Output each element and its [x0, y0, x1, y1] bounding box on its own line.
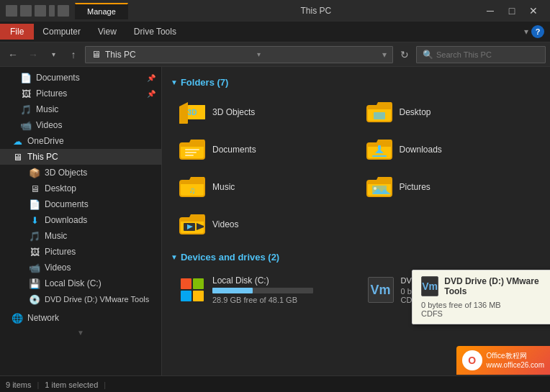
path-dropdown[interactable]: ▾ [382, 50, 387, 60]
office-badge[interactable]: O Office教程网 www.office26.com [456, 346, 550, 375]
sidebar-item-dvd-drive[interactable]: 💿 DVD Drive (D:) VMware Tools [0, 291, 161, 307]
forward-button[interactable]: → [24, 46, 42, 63]
folder-item-downloads[interactable]: Downloads [358, 132, 542, 167]
svg-rect-2 [179, 106, 188, 124]
up-arrow-button[interactable]: ▾ [45, 46, 62, 63]
music-sub-icon: 🎵 [29, 230, 40, 242]
folder-item-desktop[interactable]: Desktop [358, 95, 542, 129]
dvd-tooltip: Vm DVD Drive (D:) VMware Tools 0 bytes f… [412, 270, 550, 324]
windows-logo-icon [178, 275, 207, 304]
drive-info-local: Local Disk (C:) 28.9 GB free of 48.1 GB [212, 275, 346, 304]
pc-icon: 🖥 [91, 49, 101, 60]
back-button[interactable]: ← [4, 46, 22, 63]
tooltip-detail1: 0 bytes free of 136 MB [421, 301, 546, 309]
status-separator-2: | [104, 380, 106, 389]
tooltip-vmware-icon: Vm [421, 276, 438, 296]
sidebar-desktop-label: Desktop [45, 183, 76, 193]
sidebar-item-network[interactable]: 🌐 Network [0, 310, 161, 326]
sidebar-item-pictures[interactable]: 🖼 Pictures 📌 [0, 86, 161, 101]
sidebar-pictures-sub-label: Pictures [45, 247, 76, 257]
sidebar: 📄 Documents 📌 🖼 Pictures 📌 🎵 Music 📹 Vid… [0, 67, 162, 375]
sidebar-item-documents-sub[interactable]: 📄 Documents [0, 196, 161, 212]
path-text: This PC [105, 50, 136, 60]
sidebar-item-onedrive[interactable]: ☁ OneDrive [0, 133, 161, 149]
folder-3d-objects-name: 3D Objects [212, 107, 255, 117]
status-selected-count: 1 item selected [45, 380, 98, 389]
folders-section-header[interactable]: ▼ Folders (7) [171, 77, 541, 88]
drive-item-dvd[interactable]: Vm DVD Drive (D:) VMware Tools 0 bytes f… [359, 270, 542, 310]
computer-menu-button[interactable]: Computer [34, 24, 89, 40]
svg-rect-5 [374, 112, 385, 119]
videos-icon: 📹 [20, 119, 32, 131]
sidebar-onedrive-label: OneDrive [27, 136, 64, 146]
ribbon-menu: File Computer View Drive Tools ▾ ? [0, 22, 550, 42]
system-icon-2 [20, 5, 32, 17]
ribbon-collapse-icon[interactable]: ▾ [524, 27, 528, 37]
help-icon[interactable]: ? [531, 25, 544, 38]
sidebar-documents-label: Documents [36, 73, 80, 83]
drive-space-local: 28.9 GB free of 48.1 GB [212, 296, 346, 304]
sidebar-videos-label: Videos [36, 120, 62, 130]
sidebar-item-videos-sub[interactable]: 📹 Videos [0, 260, 161, 275]
tooltip-detail2: CDFS [421, 309, 546, 318]
drive-grid: Local Disk (C:) 28.9 GB free of 48.1 GB … [171, 270, 541, 310]
local-disk-icon: 💾 [29, 278, 40, 289]
address-path[interactable]: 🖥 This PC ▾ ▾ [85, 46, 393, 63]
parent-folder-button[interactable]: ↑ [65, 46, 82, 63]
sidebar-item-videos[interactable]: 📹 Videos [0, 117, 161, 133]
system-icon-4 [49, 5, 55, 17]
main-layout: 📄 Documents 📌 🖼 Pictures 📌 🎵 Music 📹 Vid… [0, 67, 550, 375]
folder-item-videos[interactable]: Videos [171, 207, 355, 242]
file-menu-button[interactable]: File [0, 24, 34, 40]
sidebar-item-downloads[interactable]: ⬇ Downloads [0, 212, 161, 228]
tab-this-pc[interactable] [128, 3, 153, 19]
sidebar-scroll-indicator: ▼ [0, 326, 161, 339]
drive-bar-local [212, 288, 253, 293]
sidebar-local-disk-label: Local Disk (C:) [45, 278, 102, 288]
sidebar-item-music-sub[interactable]: 🎵 Music [0, 228, 161, 244]
sidebar-item-documents[interactable]: 📄 Documents 📌 [0, 70, 161, 86]
path-chevron[interactable]: ▾ [254, 50, 263, 58]
tab-manage[interactable]: Manage [75, 3, 128, 19]
search-input[interactable] [436, 50, 539, 59]
address-bar: ← → ▾ ↑ 🖥 This PC ▾ ▾ ↻ 🔍 [0, 42, 550, 67]
sidebar-item-desktop[interactable]: 🖥 Desktop [0, 181, 161, 196]
sidebar-item-3d-objects[interactable]: 📦 3D Objects [0, 165, 161, 181]
drive-item-local-disk[interactable]: Local Disk (C:) 28.9 GB free of 48.1 GB [171, 270, 353, 310]
title-bar-system-icons [6, 5, 69, 17]
drive-tools-menu-button[interactable]: Drive Tools [125, 24, 185, 40]
folder-videos-icon [178, 211, 207, 237]
pin-icon-documents: 📌 [147, 74, 155, 82]
sidebar-music-label: Music [36, 104, 58, 114]
sidebar-network-label: Network [27, 313, 59, 323]
maximize-button[interactable]: □ [501, 0, 523, 22]
folder-item-documents[interactable]: Documents [171, 132, 355, 167]
folder-item-pictures[interactable]: Pictures [358, 170, 542, 204]
view-menu-button[interactable]: View [89, 24, 125, 40]
folder-item-music[interactable]: ♫ Music [171, 170, 355, 204]
tooltip-drive-name: DVD Drive (D:) VMware Tools [444, 276, 546, 296]
folder-item-3d-objects[interactable]: 3D 3D Objects [171, 95, 355, 129]
sidebar-item-music[interactable]: 🎵 Music [0, 101, 161, 117]
office-text: Office教程网 www.office26.com [487, 351, 544, 370]
close-button[interactable]: ✕ [523, 0, 544, 22]
drives-section-header[interactable]: ▼ Devices and drives (2) [171, 252, 541, 263]
svg-text:♫: ♫ [189, 186, 196, 196]
folder-downloads-icon [365, 137, 394, 163]
content-area: ▼ Folders (7) 3D 3D Objects [162, 67, 550, 375]
refresh-button[interactable]: ↻ [396, 46, 413, 63]
sidebar-videos-sub-label: Videos [45, 263, 71, 273]
network-icon: 🌐 [12, 312, 23, 324]
system-icon-5 [58, 5, 69, 17]
status-items-count: 9 items [6, 380, 31, 389]
sidebar-item-pictures-sub[interactable]: 🖼 Pictures [0, 244, 161, 260]
folder-desktop-name: Desktop [400, 107, 431, 117]
search-box[interactable]: 🔍 [416, 46, 546, 63]
minimize-button[interactable]: ─ [479, 0, 501, 22]
folder-documents-icon [178, 137, 207, 163]
sidebar-item-local-disk[interactable]: 💾 Local Disk (C:) [0, 275, 161, 291]
drive-bar-wrap-local [212, 288, 313, 293]
office-line2: www.office26.com [487, 360, 544, 370]
this-pc-icon: 🖥 [12, 151, 23, 163]
sidebar-item-this-pc[interactable]: 🖥 This PC [0, 149, 161, 165]
